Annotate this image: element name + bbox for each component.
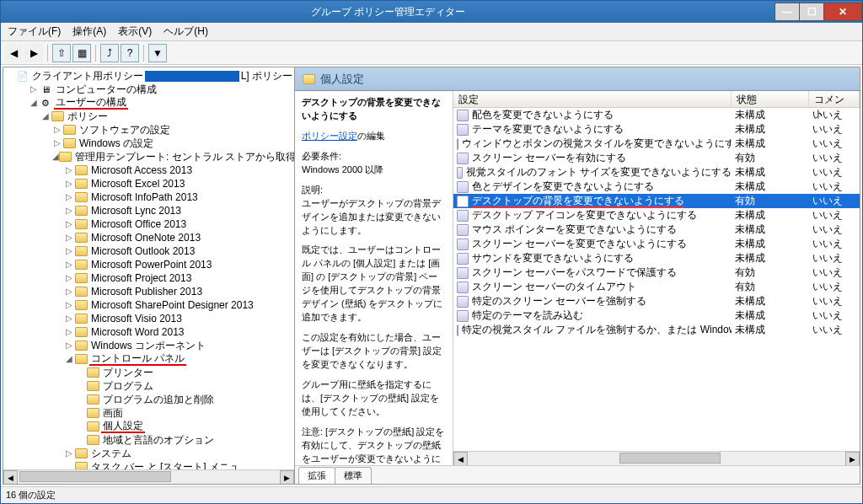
- tree-cp-item-0[interactable]: プリンター: [5, 366, 294, 379]
- policy-row[interactable]: サウンドを変更できないようにする未構成いいえ: [453, 251, 860, 265]
- policy-row[interactable]: テーマを変更できないようにする未構成いいえ: [453, 122, 860, 137]
- tree-app-10[interactable]: ▷Microsoft SharePoint Designer 2013: [5, 298, 294, 312]
- policy-row[interactable]: 視覚スタイルのフォント サイズを変更できないようにする未構成いいえ: [453, 165, 860, 180]
- tree-app-12[interactable]: ▷Microsoft Word 2013: [5, 325, 294, 339]
- tree-computer-config[interactable]: ▷コンピューターの構成: [5, 83, 294, 96]
- tree-app-8[interactable]: ▷Microsoft Project 2013: [5, 271, 294, 285]
- row-state: 未構成: [732, 165, 809, 180]
- tree-app-13[interactable]: ▷Windows コンポーネント: [5, 339, 294, 352]
- col-comment[interactable]: コメント: [809, 91, 860, 107]
- menu-help[interactable]: ヘルプ(H): [163, 24, 208, 39]
- policy-item-icon: [457, 124, 469, 136]
- policy-row[interactable]: 色とデザインを変更できないようにする未構成いいえ: [453, 180, 860, 194]
- tree-app-4[interactable]: ▷Microsoft Office 2013: [5, 217, 294, 231]
- policy-row[interactable]: ウィンドウとボタンの視覚スタイルを変更できないようにする未構成いいえ: [453, 137, 860, 151]
- gpedit-window: グループ ポリシー管理エディター — ☐ ✕ ファイル(F) 操作(A) 表示(…: [0, 0, 863, 504]
- menu-file[interactable]: ファイル(F): [8, 24, 61, 39]
- folder-icon: [74, 205, 88, 217]
- scroll-thumb[interactable]: [19, 471, 171, 482]
- folder-icon: [302, 73, 315, 85]
- close-button[interactable]: ✕: [823, 3, 862, 21]
- list-hscroll[interactable]: ◀ ▶: [453, 451, 860, 465]
- tree-hscroll[interactable]: ◀ ▶: [3, 469, 294, 484]
- policy-item-icon: [457, 153, 469, 164]
- tab-extended[interactable]: 拡張: [298, 467, 335, 484]
- policy-row[interactable]: スクリーン セーバーのタイムアウト有効いいえ: [453, 280, 860, 294]
- tree-adm-templates[interactable]: ◢管理用テンプレート: セントラル ストアから取得したポリシー: [5, 150, 294, 164]
- tree-cp-item-3[interactable]: 画面: [5, 406, 294, 420]
- policy-item-icon: [457, 239, 469, 250]
- tree-system[interactable]: ▷システム: [5, 447, 294, 460]
- policy-row[interactable]: デスクトップの背景を変更できないようにする有効いいえ: [453, 194, 860, 208]
- tree-app-9[interactable]: ▷Microsoft Publisher 2013: [5, 285, 294, 298]
- row-comment: いいえ: [809, 194, 860, 208]
- policy-row[interactable]: 配色を変更できないようにする未構成いいえ: [453, 108, 860, 122]
- policy-row[interactable]: 特定のテーマを読み込む未構成いいえ: [453, 308, 860, 323]
- policy-row[interactable]: スクリーン セーバーを有効にする有効いいえ: [453, 151, 860, 165]
- tree-app-2[interactable]: ▷Microsoft InfoPath 2013: [5, 190, 294, 204]
- forward-button[interactable]: ▶: [24, 44, 43, 62]
- tree-app-6[interactable]: ▷Microsoft Outlook 2013: [5, 244, 294, 258]
- policy-tree[interactable]: クライアント用ポリシーL] ポリシー ▷コンピューターの構成 ◢ユーザーの構成 …: [3, 67, 294, 469]
- folder-icon: [86, 380, 99, 392]
- export-button[interactable]: ⤴: [100, 44, 119, 62]
- scroll-right-button[interactable]: ▶: [845, 452, 860, 465]
- tree-policies[interactable]: ◢ポリシー: [5, 110, 294, 123]
- tree-windows[interactable]: ▷Windows の設定: [5, 137, 294, 150]
- help-button[interactable]: ?: [121, 44, 139, 62]
- edit-policy-link[interactable]: ポリシー設定: [302, 131, 357, 141]
- tree-app-0[interactable]: ▷Microsoft Access 2013: [5, 164, 294, 177]
- tree-software[interactable]: ▷ソフトウェアの設定: [5, 123, 294, 137]
- tree-app-5[interactable]: ▷Microsoft OneNote 2013: [5, 231, 294, 244]
- scroll-left-button[interactable]: ◀: [453, 452, 468, 465]
- policy-item-icon: [457, 281, 469, 293]
- tree-app-3[interactable]: ▷Microsoft Lync 2013: [5, 204, 294, 217]
- folder-icon: [86, 394, 99, 405]
- tree-root[interactable]: クライアント用ポリシーL] ポリシー: [5, 69, 294, 83]
- status-bar: 16 個の設定: [1, 486, 862, 503]
- scroll-thumb[interactable]: [619, 453, 721, 464]
- policy-row[interactable]: 特定の視覚スタイル ファイルを強制するか、または Windows...未構成いい…: [453, 323, 860, 337]
- filter-button[interactable]: ▼: [148, 44, 167, 62]
- col-setting[interactable]: 設定: [453, 91, 732, 107]
- tree-cp-item-4[interactable]: 個人設定: [5, 420, 294, 433]
- back-button[interactable]: ◀: [4, 44, 23, 62]
- tree-user-config[interactable]: ◢ユーザーの構成: [5, 96, 294, 110]
- tree-cp-item-2[interactable]: プログラムの追加と削除: [5, 393, 294, 406]
- scroll-right-button[interactable]: ▶: [280, 470, 294, 485]
- menu-action[interactable]: 操作(A): [72, 24, 106, 39]
- policy-row[interactable]: デスクトップ アイコンを変更できないようにする未構成いいえ: [453, 208, 860, 223]
- folder-icon: [86, 407, 99, 419]
- tree-control-panel[interactable]: ◢コントロール パネル: [5, 352, 294, 366]
- scroll-track[interactable]: [468, 452, 845, 465]
- col-state[interactable]: 状態: [732, 91, 809, 107]
- tree-app-1[interactable]: ▷Microsoft Excel 2013: [5, 177, 294, 190]
- minimize-button[interactable]: —: [775, 3, 800, 21]
- folder-icon: [62, 137, 76, 149]
- up-button[interactable]: ⇧: [52, 44, 71, 62]
- folder-icon: [59, 151, 72, 163]
- tree-app-11[interactable]: ▷Microsoft Visio 2013: [5, 312, 294, 325]
- tab-standard[interactable]: 標準: [335, 467, 372, 484]
- policy-row[interactable]: スクリーン セーバーをパスワードで保護する有効いいえ: [453, 265, 860, 280]
- scroll-left-button[interactable]: ◀: [3, 470, 18, 485]
- scroll-track[interactable]: [18, 470, 280, 484]
- tree-cp-item-1[interactable]: プログラム: [5, 379, 294, 393]
- tree-app-7[interactable]: ▷Microsoft PowerPoint 2013: [5, 258, 294, 271]
- row-state: 未構成: [732, 323, 809, 337]
- folder-icon: [74, 232, 88, 244]
- tree-cp-item-5[interactable]: 地域と言語のオプション: [5, 433, 294, 447]
- desc-title: デスクトップの背景を変更できないようにする: [302, 96, 446, 123]
- policy-item-icon: [457, 310, 469, 322]
- policy-row[interactable]: 特定のスクリーン セーバーを強制する未構成いいえ: [453, 294, 860, 308]
- row-comment: いいえ: [809, 323, 860, 337]
- policy-row[interactable]: マウス ポインターを変更できないようにする未構成いいえ: [453, 223, 860, 237]
- maximize-button[interactable]: ☐: [799, 3, 824, 21]
- menu-view[interactable]: 表示(V): [118, 24, 152, 39]
- policy-row[interactable]: スクリーン セーバーを変更できないようにする未構成いいえ: [453, 237, 860, 251]
- tree-taskbar[interactable]: タスク バー と [スタート] メニュ: [5, 460, 294, 469]
- show-hide-tree-button[interactable]: ▦: [72, 44, 91, 62]
- row-setting: スクリーン セーバーを変更できないようにする: [472, 237, 687, 251]
- right-split: デスクトップの背景を変更できないようにする ポリシー設定の編集 必要条件:Win…: [295, 91, 860, 465]
- menubar: ファイル(F) 操作(A) 表示(V) ヘルプ(H): [1, 23, 862, 41]
